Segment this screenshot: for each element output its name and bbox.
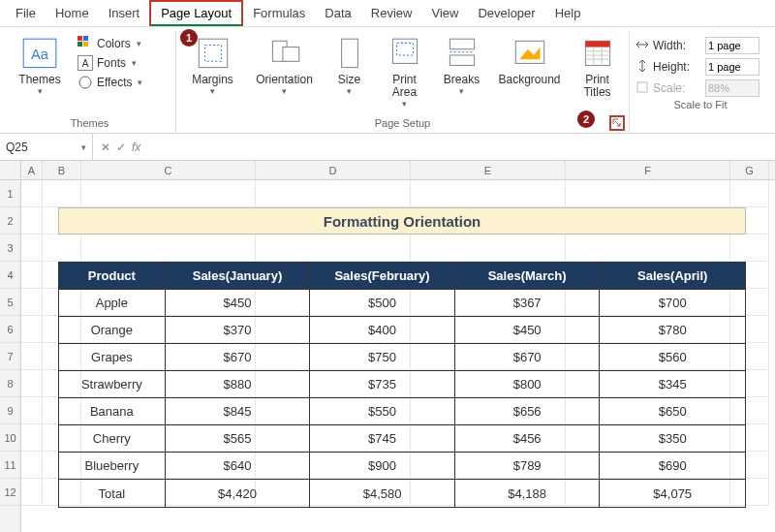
tab-view[interactable]: View [421, 2, 468, 24]
name-box[interactable]: Q25▾ [0, 134, 93, 160]
svg-rect-5 [83, 42, 88, 47]
table-cell: $4,075 [600, 480, 745, 507]
row-header-10[interactable]: 10 [0, 424, 20, 452]
tab-home[interactable]: Home [46, 2, 99, 24]
table-cell: $880 [166, 371, 311, 398]
row-header-11[interactable]: 11 [0, 452, 20, 479]
tab-data[interactable]: Data [315, 2, 360, 24]
table-cell: $500 [310, 290, 455, 317]
row-header-8[interactable]: 8 [0, 370, 20, 397]
col-header-E[interactable]: E [411, 161, 566, 179]
table-cell: $367 [455, 290, 601, 317]
themes-button[interactable]: Aa Themes [10, 33, 70, 98]
height-icon [636, 59, 649, 76]
row-header-7[interactable]: 7 [0, 343, 20, 370]
table-cell: $789 [455, 453, 601, 480]
table-cell: $456 [455, 425, 601, 453]
col-header-G[interactable]: G [730, 161, 769, 179]
table-cell: $400 [310, 317, 455, 344]
table-cell: $700 [600, 290, 745, 317]
breaks-button[interactable]: Breaks [437, 33, 487, 98]
row-header-9[interactable]: 9 [0, 397, 20, 424]
tab-page-layout[interactable]: Page Layout [149, 0, 243, 26]
effects-icon [78, 75, 93, 90]
effects-button[interactable]: Effects▾ [76, 74, 144, 91]
row-header-3[interactable]: 3 [0, 235, 20, 262]
formula-input[interactable] [148, 134, 775, 160]
row-header-5[interactable]: 5 [0, 289, 20, 316]
print-area-button[interactable]: Print Area [380, 33, 430, 110]
size-icon [329, 35, 370, 72]
col-header-F[interactable]: F [566, 161, 730, 179]
table-cell: $640 [166, 453, 311, 480]
svg-rect-15 [450, 55, 474, 65]
print-titles-button[interactable]: Print Titles [573, 33, 623, 101]
table-cell: $4,420 [166, 480, 311, 507]
svg-point-6 [79, 77, 91, 88]
colors-icon [78, 36, 93, 51]
row-headers: 123456789101112 [0, 161, 21, 532]
size-button[interactable]: Size [326, 33, 373, 98]
fx-icon[interactable]: fx [132, 141, 140, 154]
table-cell: $900 [310, 453, 455, 480]
table-header: Product [59, 263, 166, 290]
orientation-button[interactable]: Orientation [250, 33, 320, 98]
svg-rect-20 [585, 41, 609, 47]
col-header-B[interactable]: B [43, 161, 81, 179]
tab-file[interactable]: File [6, 2, 46, 24]
table-cell: $690 [600, 453, 745, 480]
scale-label: Scale: [653, 81, 701, 95]
table-cell: $560 [600, 344, 745, 371]
margins-icon [193, 35, 233, 72]
table-header: Sales(February) [310, 263, 455, 290]
select-all-corner[interactable] [0, 161, 20, 180]
row-header-1[interactable]: 1 [0, 180, 20, 207]
table-cell: $4,580 [310, 480, 455, 507]
colors-button[interactable]: Colors▾ [76, 35, 144, 52]
table-cell: $550 [310, 398, 455, 425]
grid-body[interactable]: Formatting Orientation ProductSales(Janu… [21, 180, 775, 506]
svg-rect-26 [637, 82, 647, 92]
tab-formulas[interactable]: Formulas [243, 2, 315, 24]
row-header-2[interactable]: 2 [0, 207, 20, 235]
row-header-12[interactable]: 12 [0, 479, 20, 506]
table-cell: $670 [166, 344, 311, 371]
table-cell: $780 [600, 317, 745, 344]
table-header: Sales(April) [600, 263, 745, 290]
table-cell: Blueberry [59, 453, 166, 480]
group-themes: Aa Themes Colors▾ A Fonts▾ [4, 31, 176, 133]
print-titles-icon [577, 35, 618, 72]
svg-rect-10 [282, 47, 298, 62]
table-cell: Cherry [59, 425, 166, 453]
height-input[interactable] [705, 58, 760, 76]
table-cell: $750 [310, 344, 455, 371]
tab-review[interactable]: Review [361, 2, 422, 24]
svg-rect-2 [78, 36, 82, 41]
table-cell: Orange [59, 317, 166, 344]
svg-text:Aa: Aa [31, 47, 49, 62]
tab-insert[interactable]: Insert [99, 2, 150, 24]
orientation-icon [264, 35, 305, 72]
table-cell: $845 [166, 398, 311, 425]
fonts-button[interactable]: A Fonts▾ [76, 54, 144, 72]
col-header-A[interactable]: A [21, 161, 43, 179]
cancel-icon[interactable]: ✕ [101, 141, 110, 154]
group-label-themes: Themes [10, 115, 170, 133]
background-button[interactable]: Background [494, 33, 566, 88]
table-cell: Total [59, 480, 166, 507]
tab-strip: File Home Insert Page Layout Formulas Da… [0, 0, 775, 27]
tab-help[interactable]: Help [545, 2, 591, 24]
annotation-badge-2: 2 [577, 110, 595, 128]
col-header-C[interactable]: C [81, 161, 256, 179]
width-input[interactable] [705, 37, 760, 54]
svg-rect-14 [450, 39, 474, 48]
page-setup-launcher[interactable] [609, 115, 625, 131]
group-page-setup: Margins Orientation Size Print Area Brea… [176, 31, 630, 133]
confirm-icon[interactable]: ✓ [116, 141, 126, 154]
table-header: Sales(March) [455, 263, 601, 290]
row-header-6[interactable]: 6 [0, 316, 20, 343]
col-header-D[interactable]: D [256, 161, 411, 179]
row-header-4[interactable]: 4 [0, 262, 20, 289]
table-cell: $565 [166, 425, 311, 453]
tab-developer[interactable]: Developer [468, 2, 544, 24]
